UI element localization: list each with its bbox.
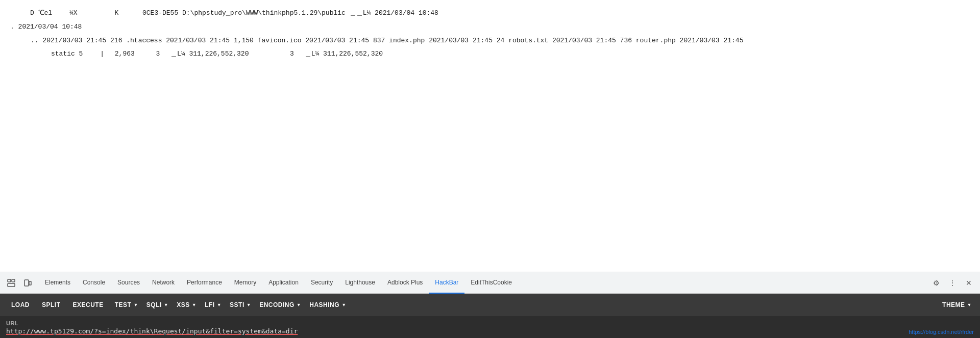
xss-dropdown[interactable]: XSS ▼ <box>173 298 199 311</box>
execute-button[interactable]: EXECUTE <box>68 298 109 311</box>
hackbar-urlbar: URL http://www.tp5129.com/?s=index/think… <box>0 316 980 338</box>
main-content: D ℃el ¼X K 0CE3-DE55 D:\phpstudy_pro\WWW… <box>0 0 980 214</box>
theme-chevron-icon: ▼ <box>967 302 972 307</box>
inspect-element-icon[interactable] <box>4 276 18 290</box>
tab-lighthouse[interactable]: Lighthouse <box>339 272 381 294</box>
settings-icon[interactable]: ⚙ <box>929 276 943 290</box>
svg-rect-3 <box>24 280 29 286</box>
devtools-icon-group <box>4 276 35 290</box>
tab-hackbar[interactable]: HackBar <box>429 272 464 294</box>
devtools-panel: Elements Console Sources Network Perform… <box>0 272 980 338</box>
device-toolbar-icon[interactable] <box>20 276 35 290</box>
hackbar-toolbar: LOAD SPLIT EXECUTE TEST ▼ SQLI ▼ XSS ▼ L… <box>0 294 980 316</box>
tab-application[interactable]: Application <box>262 272 305 294</box>
url-value[interactable]: http://www.tp5129.com/?s=index/think\Req… <box>6 327 974 335</box>
xss-chevron-icon: ▼ <box>192 302 197 307</box>
lfi-chevron-icon: ▼ <box>217 302 222 307</box>
load-button[interactable]: LOAD <box>6 298 35 311</box>
tab-adblock-plus[interactable]: Adblock Plus <box>381 272 429 294</box>
tab-editthiscookie[interactable]: EditThisCookie <box>464 272 518 294</box>
ssti-chevron-icon: ▼ <box>247 302 251 307</box>
svg-rect-1 <box>8 283 15 287</box>
footer-link[interactable]: https://blog.csdn.net/rfrder <box>909 329 974 335</box>
content-line-3: .. 2021/03/03 21:45 216 .htaccess 2021/0… <box>31 36 970 46</box>
tab-network[interactable]: Network <box>146 272 181 294</box>
lfi-dropdown[interactable]: LFI ▼ <box>201 298 224 311</box>
more-options-icon[interactable]: ⋮ <box>945 276 960 290</box>
theme-dropdown[interactable]: THEME ▼ <box>938 298 974 311</box>
svg-rect-4 <box>29 281 31 285</box>
tab-sources[interactable]: Sources <box>111 272 146 294</box>
sqli-dropdown[interactable]: SQLI ▼ <box>142 298 170 311</box>
tab-performance[interactable]: Performance <box>181 272 228 294</box>
content-line-4: static 5 | 2,963 3 ＿L¼ 311,226,552,320 3… <box>51 49 970 60</box>
tab-console[interactable]: Console <box>77 272 111 294</box>
hashing-chevron-icon: ▼ <box>341 302 346 307</box>
url-label: URL <box>6 320 974 326</box>
split-button[interactable]: SPLIT <box>37 298 66 311</box>
tab-elements[interactable]: Elements <box>39 272 77 294</box>
devtools-tabbar: Elements Console Sources Network Perform… <box>0 272 980 294</box>
devtools-tabs-right: ⚙ ⋮ ✕ <box>929 276 976 290</box>
content-line-1: D ℃el ¼X K 0CE3-DE55 D:\phpstudy_pro\WWW… <box>10 8 970 19</box>
hashing-dropdown[interactable]: HASHING ▼ <box>305 298 348 311</box>
sqli-chevron-icon: ▼ <box>164 302 168 307</box>
svg-rect-2 <box>12 279 15 282</box>
tab-memory[interactable]: Memory <box>228 272 262 294</box>
encoding-chevron-icon: ▼ <box>297 302 301 307</box>
ssti-dropdown[interactable]: SSTI ▼ <box>226 298 253 311</box>
encoding-dropdown[interactable]: ENCODING ▼ <box>255 298 303 311</box>
content-line-2: . 2021/03/04 10:48 <box>10 22 970 33</box>
tab-security[interactable]: Security <box>305 272 339 294</box>
test-dropdown[interactable]: TEST ▼ <box>111 298 140 311</box>
close-devtools-icon[interactable]: ✕ <box>962 276 976 290</box>
test-chevron-icon: ▼ <box>133 302 138 307</box>
svg-rect-0 <box>8 279 11 282</box>
